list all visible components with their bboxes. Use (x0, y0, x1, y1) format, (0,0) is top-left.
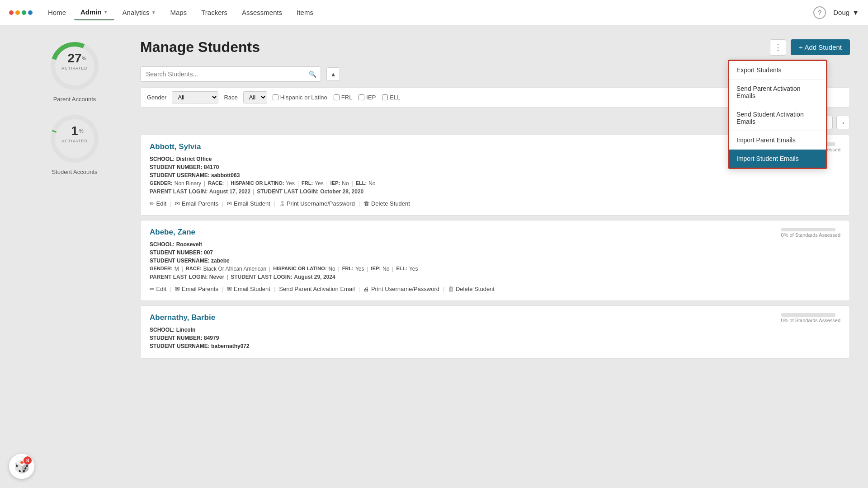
main-content: 27 % ACTIVATED Parent Accounts 1 % ACTIV… (0, 25, 868, 488)
dropdown-menu: Export Students Send Parent Activation E… (728, 60, 827, 169)
email-student-abebe[interactable]: ✉ Email Student (227, 285, 270, 293)
email-student-abbott[interactable]: ✉ Email Student (227, 199, 270, 208)
svg-text:ACTIVATED: ACTIVATED (61, 66, 88, 70)
navbar: Home Admin ▼ Analytics ▼ Maps Trackers A… (0, 0, 868, 25)
standards-abebe: 0% of Standards Assessed (781, 228, 840, 238)
stats-panel: 27 % ACTIVATED Parent Accounts 1 % ACTIV… (18, 39, 131, 180)
filter-checkboxes: Hispanic or Latino FRL IEP ELL (273, 94, 401, 101)
student-card-abebe: Abebe, Zane 0% of Standards Assessed SCH… (140, 220, 850, 301)
actions-abbott: ✏ Edit | ✉ Email Parents | ✉ Email Stude… (150, 199, 840, 208)
gender-label: Gender (147, 94, 166, 101)
actions-abebe: ✏ Edit | ✉ Email Parents | ✉ Email Stude… (150, 285, 840, 293)
collapse-button[interactable]: ▲ (326, 67, 340, 81)
student-name-abernathy[interactable]: Abernathy, Barbie (150, 313, 215, 322)
app-logo[interactable] (9, 10, 33, 15)
next-page-button[interactable]: › (836, 116, 850, 129)
student-accounts-label: Student Accounts (52, 169, 97, 175)
frl-checkbox[interactable] (334, 94, 340, 100)
header-actions: ⋮ + Add Student Export Students Send Par… (770, 39, 850, 56)
help-button[interactable]: ? (813, 6, 826, 19)
logo-dot-blue (28, 10, 33, 15)
nav-trackers[interactable]: Trackers (195, 5, 234, 20)
student-name-abebe[interactable]: Abebe, Zane (150, 228, 195, 237)
send-parent-activation-item[interactable]: Send Parent Activation Emails (729, 80, 826, 105)
badge-count: 8 (24, 456, 32, 465)
print-abbott[interactable]: 🖨 Print Username/Password (279, 199, 355, 208)
student-accounts-donut: 1 % ACTIVATED Student Accounts (47, 112, 102, 175)
svg-text:1: 1 (71, 124, 78, 138)
info-school-abebe: SCHOOL: Roosevelt (150, 241, 840, 248)
nav-home[interactable]: Home (42, 5, 72, 20)
standards-abernathy: 0% of Standards Assessed (781, 313, 840, 323)
nav-items[interactable]: Items (290, 5, 320, 20)
login-abebe: PARENT LAST LOGIN: Never | STUDENT LAST … (150, 274, 840, 280)
student-header-abernathy: Abernathy, Barbie 0% of Standards Assess… (150, 313, 840, 323)
login-abbott: PARENT LAST LOGIN: August 17, 2022 | STU… (150, 188, 840, 195)
nav-maps[interactable]: Maps (164, 5, 193, 20)
analytics-arrow-icon: ▼ (151, 10, 156, 15)
info-number-abebe: STUDENT NUMBER: 007 (150, 249, 840, 256)
parent-donut-svg: 27 % ACTIVATED (47, 39, 102, 93)
send-parent-activation-abebe[interactable]: Send Parent Activation Email (279, 285, 355, 293)
notifications-badge[interactable]: 🎲 8 (9, 454, 34, 479)
iep-filter[interactable]: IEP (359, 94, 376, 101)
hispanic-checkbox[interactable] (273, 94, 278, 100)
gender-select[interactable]: All Male Female Non Binary (172, 91, 218, 103)
admin-arrow-icon: ▼ (104, 9, 108, 14)
student-card-abernathy: Abernathy, Barbie 0% of Standards Assess… (140, 305, 850, 359)
info-username-abernathy: STUDENT USERNAME: babernathy072 (150, 343, 840, 349)
student-header-abebe: Abebe, Zane 0% of Standards Assessed (150, 228, 840, 238)
import-student-emails-item[interactable]: Import Student Emails (729, 150, 826, 168)
student-list: Abbott, Sylvia 0% of Standards Assessed … (140, 135, 850, 363)
nav-analytics[interactable]: Analytics ▼ (116, 5, 162, 20)
search-icon: 🔍 (309, 70, 316, 78)
meta-abebe: GENDER: M | RACE: Black Or African Ameri… (150, 266, 840, 272)
email-parents-abbott[interactable]: ✉ Email Parents (175, 199, 218, 208)
svg-text:ACTIVATED: ACTIVATED (61, 139, 88, 143)
frl-filter[interactable]: FRL (334, 94, 353, 101)
logo-dot-red (9, 10, 14, 15)
more-options-button[interactable]: ⋮ (770, 39, 786, 56)
nav-admin[interactable]: Admin ▼ (74, 5, 114, 20)
race-select[interactable]: All (243, 91, 267, 103)
page-title: Manage Students (140, 39, 260, 56)
export-students-item[interactable]: Export Students (729, 61, 826, 80)
hispanic-filter[interactable]: Hispanic or Latino (273, 94, 327, 101)
student-donut-svg: 1 % ACTIVATED (47, 112, 102, 166)
student-name-abbott[interactable]: Abbott, Sylvia (150, 142, 201, 151)
info-number-abernathy: STUDENT NUMBER: 84979 (150, 335, 840, 341)
add-student-button[interactable]: + Add Student (791, 39, 850, 55)
email-parents-abebe[interactable]: ✉ Email Parents (175, 285, 218, 293)
content-area: Manage Students ⋮ + Add Student Export S… (140, 39, 850, 474)
svg-text:%: % (79, 128, 84, 134)
nav-right: ? Doug ▼ (813, 6, 859, 19)
svg-text:%: % (82, 56, 86, 61)
nav-assessments[interactable]: Assessments (236, 5, 288, 20)
nav-links: Home Admin ▼ Analytics ▼ Maps Trackers A… (42, 5, 813, 20)
edit-abebe[interactable]: ✏ Edit (150, 285, 166, 293)
meta-abbott: GENDER: Non Binary | RACE: | HISPANIC OR… (150, 180, 840, 187)
import-parent-emails-item[interactable]: Import Parent Emails (729, 131, 826, 150)
search-input[interactable] (140, 66, 321, 82)
svg-text:27: 27 (67, 51, 81, 65)
race-label: Race (224, 94, 237, 101)
page-header: Manage Students ⋮ + Add Student Export S… (140, 39, 850, 56)
ell-filter[interactable]: ELL (382, 94, 400, 101)
search-input-wrap: 🔍 (140, 66, 321, 82)
print-abebe[interactable]: 🖨 Print Username/Password (363, 285, 439, 293)
info-school-abernathy: SCHOOL: Lincoln (150, 327, 840, 333)
user-arrow-icon: ▼ (852, 9, 859, 16)
ell-checkbox[interactable] (382, 94, 388, 100)
parent-accounts-donut: 27 % ACTIVATED Parent Accounts (47, 39, 102, 103)
info-username-abebe: STUDENT USERNAME: zabebe (150, 258, 840, 264)
delete-abbott[interactable]: 🗑 Delete Student (363, 199, 410, 208)
logo-dot-orange (15, 10, 20, 15)
user-menu[interactable]: Doug ▼ (833, 9, 859, 16)
delete-abebe[interactable]: 🗑 Delete Student (448, 285, 495, 293)
logo-dot-green (22, 10, 26, 15)
sidebar: 27 % ACTIVATED Parent Accounts 1 % ACTIV… (18, 39, 131, 474)
send-student-activation-item[interactable]: Send Student Activation Emails (729, 105, 826, 131)
edit-abbott[interactable]: ✏ Edit (150, 199, 166, 208)
iep-checkbox[interactable] (359, 94, 364, 100)
parent-accounts-label: Parent Accounts (53, 96, 96, 103)
